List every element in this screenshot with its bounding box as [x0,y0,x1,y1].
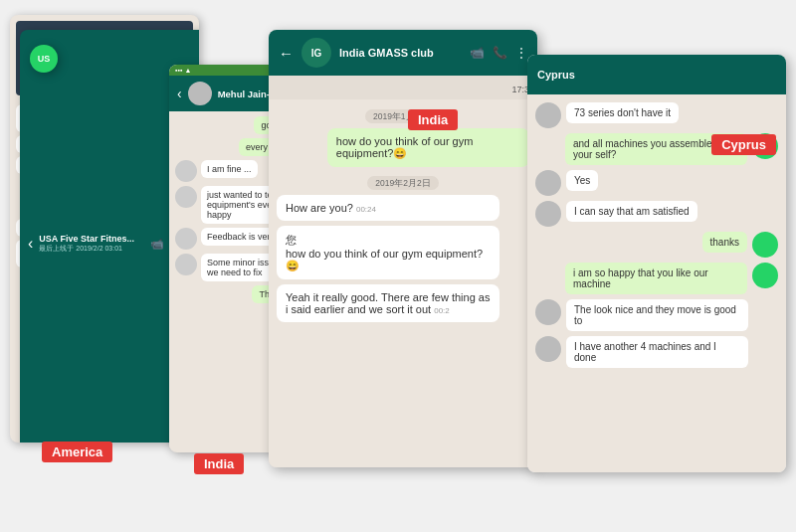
msg-row: thanks [535,232,778,258]
msg-received: Yeah it really good. There are few thing… [277,284,499,322]
label-india2: India [408,109,458,130]
msg-bubble: thanks [702,232,747,253]
more-icon[interactable]: ⋮ [515,46,527,60]
video-call-icon[interactable]: 📹 [470,46,485,60]
msg-bubble: Yes [566,170,598,191]
msg-row: Yes [535,170,778,196]
avatar [175,254,197,275]
label-america: America [42,442,112,462]
msg-row: I can say that am satisfied [535,201,778,227]
msg-received: How are you? 00:24 [277,195,499,221]
chat-subtitle: 最后上线于 2019/2/2 03:01 [39,244,144,254]
chat-india-gmass[interactable]: ← IG India GMASS club 📹 📞 ⋮ 17:32 2019年1… [269,30,537,467]
label-cyprus: Cyprus [711,134,776,155]
avatar [535,201,561,227]
chat-title: USA Five Star Fitnes... [39,234,144,244]
date-divider2: 2019年2月2日 [277,172,529,190]
msg-row: 73 series don't have it [535,102,778,128]
msg-received: I am fine ... [201,160,258,178]
avatar: US [30,45,58,73]
msg-received: 您how do you think of our gym equipment?😄 [277,226,499,279]
msg-row: i am so happy that you like our machine [535,263,778,294]
label-india1: India [194,453,244,474]
date-divider1: 2019年1月29日 [277,105,529,123]
india2-header: ← IG India GMASS club 📹 📞 ⋮ [269,30,537,76]
group-avatar: IG [301,38,331,68]
avatar [188,82,212,105]
back-icon[interactable]: ← [279,45,294,62]
msg-bubble: 73 series don't have it [566,102,679,123]
avatar [535,170,561,196]
msg-bubble: i am so happy that you like our machine [565,263,747,294]
msg-row: The look nice and they move is good to [535,299,778,331]
cyprus-header: Cyprus [527,55,786,94]
cyprus-title: Cyprus [537,69,575,81]
avatar [535,336,561,362]
chat-cyprus[interactable]: Cyprus 73 series don't have it and all m… [527,55,786,472]
back-icon[interactable]: ‹ [177,86,182,101]
avatar [535,299,561,325]
group-name: India GMASS club [339,47,462,59]
call-icon[interactable]: 📞 [493,46,507,60]
msg-bubble: I can say that am satisfied [566,201,697,222]
msg-bubble: The look nice and they move is good to [566,299,748,331]
time-header: 17:32 [269,76,537,99]
avatar [752,263,778,288]
avatar [175,228,197,250]
avatar [752,232,778,258]
back-icon[interactable]: ‹ [28,235,33,253]
signal-icons: ▪▪▪ ▲ [175,67,191,74]
avatar [535,102,561,128]
msg-sent: how do you think of our gym equipment?😄 [327,128,529,167]
msg-row: I have another 4 machines and I done [535,336,778,368]
msg-bubble: I have another 4 machines and I done [566,336,748,368]
avatar [175,160,197,182]
avatar [175,186,197,208]
video-icon[interactable]: 📹 [150,238,164,251]
